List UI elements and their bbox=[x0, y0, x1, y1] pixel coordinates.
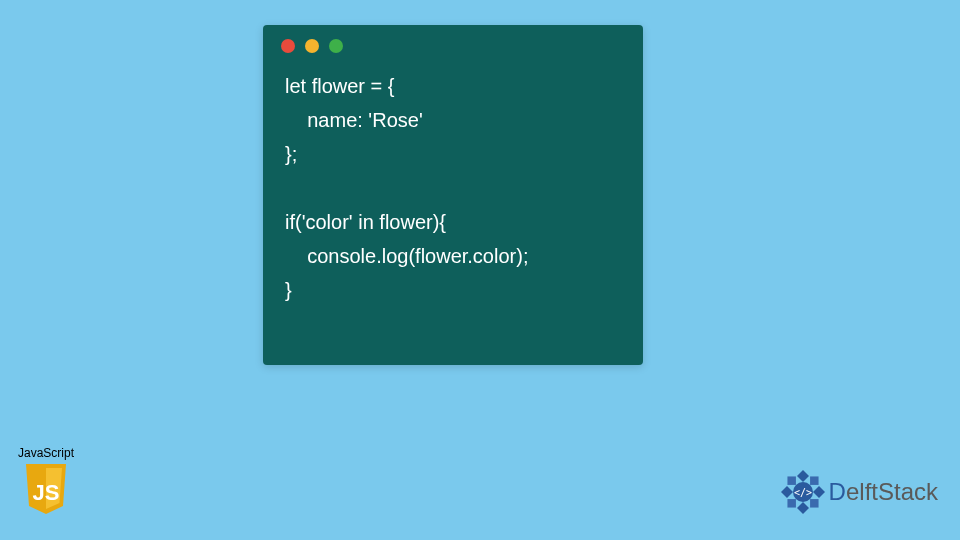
delftstack-text: DelftStack bbox=[829, 478, 938, 506]
close-icon bbox=[281, 39, 295, 53]
code-line: if('color' in flower){ bbox=[285, 211, 446, 233]
javascript-shield-icon: JS bbox=[22, 462, 70, 516]
delftstack-logo: </> DelftStack bbox=[779, 468, 938, 516]
delftstack-text-d: D bbox=[829, 478, 846, 506]
code-line: name: 'Rose' bbox=[285, 109, 423, 131]
javascript-badge: JavaScript JS bbox=[15, 446, 77, 516]
delftstack-text-rest: elftStack bbox=[846, 478, 938, 506]
javascript-label: JavaScript bbox=[15, 446, 77, 460]
js-shield-text: JS bbox=[33, 480, 60, 505]
code-line: console.log(flower.color); bbox=[285, 245, 528, 267]
delftstack-emblem-icon: </> bbox=[779, 468, 827, 516]
minimize-icon bbox=[305, 39, 319, 53]
svg-text:</>: </> bbox=[794, 487, 812, 498]
code-content: let flower = { name: 'Rose' }; if('color… bbox=[263, 61, 643, 323]
code-snippet-window: let flower = { name: 'Rose' }; if('color… bbox=[263, 25, 643, 365]
maximize-icon bbox=[329, 39, 343, 53]
code-line: }; bbox=[285, 143, 297, 165]
window-controls bbox=[263, 25, 643, 61]
code-line: let flower = { bbox=[285, 75, 395, 97]
code-line: } bbox=[285, 279, 292, 301]
